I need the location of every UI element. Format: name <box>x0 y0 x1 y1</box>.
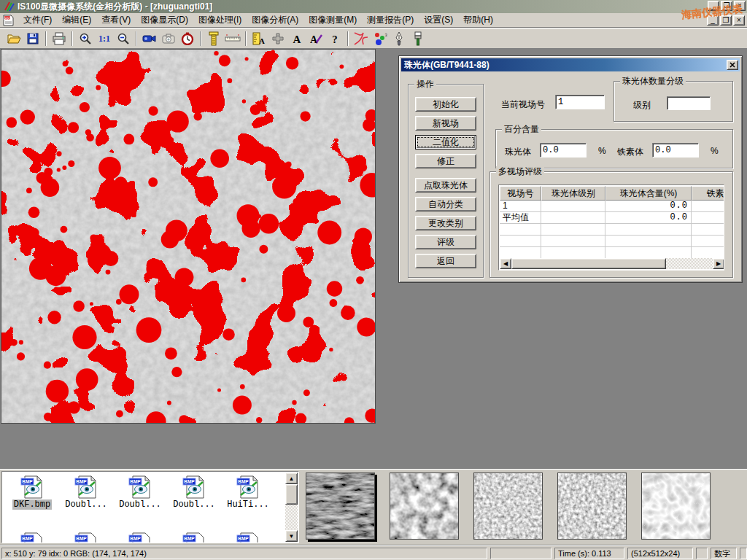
file-item[interactable]: BMP Doubl... <box>59 475 113 510</box>
file-name[interactable]: DKF.bmp <box>12 499 52 510</box>
scroll-down-icon[interactable]: ▼ <box>285 530 298 542</box>
menu-help[interactable]: 帮助(H) <box>458 12 498 28</box>
pearlite-percent-input[interactable] <box>540 143 587 158</box>
zoom-in-icon[interactable] <box>76 30 95 47</box>
timer-icon[interactable] <box>178 30 197 47</box>
thumbnail-5[interactable] <box>641 472 711 540</box>
mdi-close-icon[interactable]: × <box>733 15 745 26</box>
svg-text:BMP: BMP <box>76 536 87 541</box>
current-field-input[interactable] <box>555 95 605 109</box>
table-row[interactable]: 平均值 0.0 <box>500 212 724 224</box>
table-horizontal-scrollbar[interactable]: ◀ ▶ <box>500 258 724 269</box>
init-button[interactable]: 初始化 <box>415 97 476 112</box>
grade-input[interactable] <box>667 96 711 110</box>
file-item[interactable]: BMP DKF.bmp <box>5 475 59 510</box>
bmp-file-icon[interactable]: BMP <box>20 532 44 543</box>
file-item[interactable]: BMP HuiTi... <box>221 475 275 510</box>
binarize-button[interactable]: 二值化 <box>415 135 476 149</box>
dialog-title-bar[interactable]: 珠光体(GB/T9441-88) <box>401 58 740 71</box>
menu-image-measure[interactable]: 图像测量(M) <box>303 12 362 28</box>
bmp-file-icon[interactable]: BMP <box>128 532 152 543</box>
restore-icon[interactable]: ❐ <box>721 1 732 11</box>
file-name[interactable]: Doubl... <box>63 499 109 510</box>
scrollbar-thumb[interactable] <box>511 258 666 269</box>
ferrite-label: 铁素体 <box>617 146 643 158</box>
text-icon[interactable]: A <box>287 30 306 47</box>
help-icon[interactable]: ? <box>325 30 344 47</box>
specimen-image[interactable] <box>1 50 375 423</box>
scroll-left-icon[interactable]: ◀ <box>500 258 511 269</box>
menu-image-process[interactable]: 图像处理(I) <box>193 12 247 28</box>
status-empty-panel <box>490 548 551 559</box>
close-icon[interactable]: × <box>734 1 746 11</box>
menu-image-display[interactable]: 图像显示(D) <box>136 12 193 28</box>
change-class-button[interactable]: 更改类别 <box>415 216 476 230</box>
measure-text-icon[interactable]: A <box>249 30 268 47</box>
move-cross-icon[interactable] <box>268 30 287 47</box>
scrollbar-track[interactable] <box>666 258 713 269</box>
toolbar-separator <box>45 31 47 46</box>
scroll-up-icon[interactable]: ▲ <box>285 472 298 484</box>
correct-button[interactable]: 修正 <box>415 154 476 168</box>
svg-text:BMP: BMP <box>184 536 195 541</box>
actual-size-icon[interactable]: 1:1 <box>95 30 114 47</box>
file-item[interactable]: BMP Doubl... <box>113 475 167 510</box>
mdi-restore-icon[interactable]: ❐ <box>720 15 732 26</box>
file-name[interactable]: Doubl... <box>171 499 217 510</box>
scroll-right-icon[interactable]: ▶ <box>713 258 724 269</box>
file-name[interactable]: Doubl... <box>117 499 163 510</box>
video-camera-icon[interactable] <box>140 30 159 47</box>
bmp-file-icon[interactable]: BMP <box>74 532 98 543</box>
table-row[interactable]: 1 0.0 <box>500 201 724 212</box>
thumbnail-3[interactable] <box>473 472 543 540</box>
brush-icon[interactable] <box>409 30 427 47</box>
spline-icon[interactable] <box>352 30 371 47</box>
color-classify-icon[interactable]: 3 <box>371 30 390 47</box>
thumbnail-1[interactable] <box>306 472 375 540</box>
pen-icon[interactable] <box>390 30 409 47</box>
rate-button[interactable]: 评级 <box>415 235 476 249</box>
menu-image-analysis[interactable]: 图像分析(A) <box>247 12 303 28</box>
ferrite-percent-input[interactable] <box>652 143 699 158</box>
caliper-icon[interactable] <box>204 30 223 47</box>
print-icon[interactable] <box>50 30 69 47</box>
open-file-icon[interactable] <box>4 30 23 47</box>
bottom-panel: BMP DKF.bmp BMP Doubl... <box>0 469 747 545</box>
file-list-scrollbar[interactable]: ▲ ▼ <box>285 472 298 542</box>
save-icon[interactable] <box>23 30 42 47</box>
table-row-empty <box>500 236 724 247</box>
multifield-table[interactable]: 视场号 珠光体级别 珠光体含量(%) 铁素体含量(%) 1 0.0 平均值 0.… <box>498 184 724 271</box>
dialog-close-icon[interactable] <box>727 60 738 70</box>
zoom-out-icon[interactable] <box>114 30 133 47</box>
dialog-title: 珠光体(GB/T9441-88) <box>404 59 489 71</box>
thumbnail-4[interactable] <box>557 472 627 540</box>
auto-classify-button[interactable]: 自动分类 <box>415 197 476 211</box>
annotate-text-icon[interactable]: A <box>306 30 325 47</box>
svg-text:BMP: BMP <box>184 479 195 484</box>
menu-measure-report[interactable]: 测量报告(P) <box>362 12 419 28</box>
thumbnail-2[interactable] <box>390 472 459 540</box>
menu-settings[interactable]: 设置(S) <box>419 12 458 28</box>
operations-group-label: 操作 <box>414 79 436 89</box>
pearlite-label: 珠光体 <box>505 146 531 158</box>
file-name[interactable]: HuiTi... <box>225 499 271 510</box>
ferrite-percent-sign: % <box>711 146 719 156</box>
minimize-icon[interactable]: _ <box>708 1 719 11</box>
time-status: Time (s): 0.113 <box>554 548 624 559</box>
file-item[interactable]: BMP Doubl... <box>167 475 221 510</box>
menu-edit[interactable]: 编辑(E) <box>57 12 96 28</box>
bmp-file-icon[interactable]: BMP <box>236 532 260 543</box>
menu-file[interactable]: 文件(F) <box>18 12 57 28</box>
menu-view[interactable]: 查看(V) <box>96 12 136 28</box>
svg-text:A: A <box>293 34 301 45</box>
new-field-button[interactable]: 新视场 <box>415 116 476 131</box>
pearlite-dialog: 珠光体(GB/T9441-88) 操作 初始化 新视场 二值化 修正 点取珠光体… <box>398 55 743 283</box>
status-bar: x: 510 y: 79 idx: 0 RGB: (174, 174, 174)… <box>0 545 747 560</box>
bmp-file-icon[interactable]: BMP <box>182 532 206 543</box>
ruler-icon[interactable] <box>223 30 242 47</box>
scrollbar-thumb[interactable] <box>285 484 298 505</box>
capture-camera-icon[interactable] <box>159 30 178 47</box>
mdi-minimize-icon[interactable]: _ <box>707 15 719 26</box>
pick-pearlite-button[interactable]: 点取珠光体 <box>415 178 476 192</box>
return-button[interactable]: 返回 <box>415 254 476 268</box>
